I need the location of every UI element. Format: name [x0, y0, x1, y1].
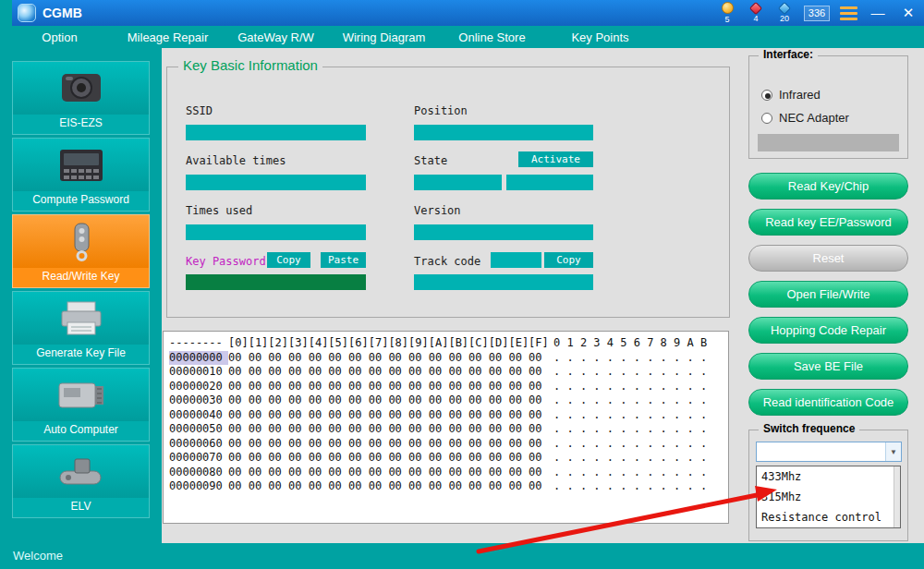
sidebar: EIS-EZS Compute Password Read/Write Key …: [0, 48, 162, 569]
sidebar-item-eis-ezs[interactable]: EIS-EZS: [12, 61, 150, 135]
hex-ascii: . . . . . . . . . . . .: [553, 422, 707, 437]
sidebar-item-read-write-key[interactable]: Read/Write Key: [12, 214, 150, 288]
read-key-chip-button[interactable]: Read Key/Chip: [748, 173, 908, 200]
sidebar-item-generate-key-file[interactable]: Generate Key File: [12, 291, 150, 365]
hex-ascii: . . . . . . . . . . . .: [553, 380, 707, 394]
save-be-file-button[interactable]: Save BE File: [748, 353, 908, 380]
hex-addr: 00000030: [169, 393, 228, 408]
sidebar-item-label: Read/Write Key: [13, 268, 149, 287]
compute-password-icon: [13, 139, 149, 191]
read-key-ee-password-button[interactable]: Read key EE/Password: [748, 209, 908, 236]
hex-bytes: 00 00 00 00 00 00 00 00 00 00 00 00 00 0…: [228, 380, 553, 394]
read-write-key-icon: [13, 215, 149, 268]
hex-bytes: 00 00 00 00 00 00 00 00 00 00 00 00 00 0…: [228, 479, 553, 494]
sidebar-item-elv[interactable]: ELV: [12, 444, 150, 518]
combobox-value: [757, 442, 885, 461]
radio-selected-icon: [761, 90, 772, 101]
hex-bytes: 00 00 00 00 00 00 00 00 00 00 00 00 00 0…: [228, 437, 553, 452]
sidebar-item-compute-password[interactable]: Compute Password: [12, 138, 150, 212]
generate-key-file-icon: [13, 292, 149, 345]
chevron-down-icon[interactable]: ▼: [885, 442, 901, 461]
state-label: State: [414, 154, 447, 167]
interface-group: Interface: Infrared NEC Adapter: [748, 55, 908, 159]
sidebar-item-label: Compute Password: [13, 191, 149, 211]
open-file-write-button[interactable]: Open File/Write: [748, 281, 908, 308]
state-field-right[interactable]: [506, 175, 593, 190]
hex-addr: 00000020: [169, 380, 228, 394]
radio-nec-adapter[interactable]: NEC Adapter: [761, 111, 849, 125]
dropdown-item-433mhz[interactable]: 433Mhz: [757, 466, 900, 487]
menu-option[interactable]: Option: [6, 26, 114, 48]
hex-addr: 00000060: [169, 437, 228, 452]
available-times-field[interactable]: [186, 175, 366, 190]
paste-button[interactable]: Paste: [321, 252, 366, 268]
hex-ascii: . . . . . . . . . . . .: [553, 365, 707, 380]
key-basic-information-group: Key Basic Information SSID Position Avai…: [166, 67, 730, 318]
hex-row: 0000000000 00 00 00 00 00 00 00 00 00 00…: [169, 351, 728, 366]
ssid-field[interactable]: [186, 125, 366, 140]
hopping-code-repair-button[interactable]: Hopping Code Repair: [748, 317, 908, 344]
status-bar: [162, 543, 924, 569]
dropdown-item-resistance-control[interactable]: Resistance control: [757, 507, 900, 527]
track-copy-button[interactable]: Copy: [544, 252, 593, 268]
track-code-field[interactable]: [414, 274, 593, 290]
hex-ascii: . . . . . . . . . . . .: [553, 393, 707, 408]
dropdown-item-315mhz[interactable]: 315Mhz: [757, 487, 900, 507]
eis-ezs-icon: [13, 62, 149, 115]
hex-ascii: . . . . . . . . . . . .: [553, 479, 707, 494]
hex-row: 0000009000 00 00 00 00 00 00 00 00 00 00…: [169, 479, 728, 494]
sidebar-item-auto-computer[interactable]: Auto Computer: [12, 368, 150, 442]
hex-bytes: 00 00 00 00 00 00 00 00 00 00 00 00 00 0…: [228, 365, 553, 380]
read-identification-code-button[interactable]: Read identification Code: [748, 389, 908, 416]
frequency-dropdown-list: 433Mhz 315Mhz Resistance control: [756, 466, 901, 528]
hex-addr: 00000080: [169, 466, 228, 480]
close-button[interactable]: ✕: [898, 0, 918, 26]
hex-header: --------[0][1][2][3][4][5][6][7][8][9][A…: [169, 336, 728, 351]
activate-button[interactable]: Activate: [518, 151, 593, 167]
hex-ascii: . . . . . . . . . . . .: [553, 351, 707, 366]
hex-ascii-header: 0 1 2 3 4 5 6 7 8 9 A B: [553, 336, 707, 351]
version-field[interactable]: [414, 224, 593, 240]
hex-ascii: . . . . . . . . . . . .: [553, 437, 707, 452]
reset-button[interactable]: Reset: [748, 245, 908, 272]
hex-row: 0000006000 00 00 00 00 00 00 00 00 00 00…: [169, 437, 728, 452]
red-gem-icon: [749, 2, 762, 15]
radio-infrared[interactable]: Infrared: [761, 88, 821, 102]
version-label: Version: [414, 204, 461, 217]
hex-addr: 00000010: [169, 365, 228, 380]
state-field-left[interactable]: [414, 175, 502, 190]
hex-ascii: . . . . . . . . . . . .: [553, 408, 707, 423]
times-used-field[interactable]: [186, 224, 366, 240]
coin-badge: 5: [718, 2, 736, 24]
menu-wiring-diagram[interactable]: Wiring Diagram: [330, 26, 438, 48]
hex-bytes: 00 00 00 00 00 00 00 00 00 00 00 00 00 0…: [228, 393, 553, 408]
sidebar-item-label: Auto Computer: [13, 421, 149, 441]
position-label: Position: [414, 104, 468, 117]
app-window: CGMB 5 4 20 336 — ✕ Option Mileage Repai…: [0, 0, 924, 569]
interface-status-bar: [758, 134, 899, 151]
copy-button[interactable]: Copy: [267, 252, 310, 268]
blue-gem-icon: [778, 2, 791, 15]
hex-row: 0000004000 00 00 00 00 00 00 00 00 00 00…: [169, 408, 728, 423]
track-code-inline-field[interactable]: [491, 252, 541, 268]
menu-mileage-repair[interactable]: Mileage Repair: [114, 26, 222, 48]
hex-viewer[interactable]: --------[0][1][2][3][4][5][6][7][8][9][A…: [163, 331, 729, 524]
hex-ascii: . . . . . . . . . . . .: [553, 451, 707, 466]
position-field[interactable]: [414, 125, 593, 140]
key-password-field[interactable]: [186, 274, 366, 290]
gold-coin-icon: [722, 2, 734, 14]
dropdown-scrollbar[interactable]: [894, 466, 900, 527]
hex-row: 0000003000 00 00 00 00 00 00 00 00 00 00…: [169, 393, 728, 408]
coin-count: 5: [724, 16, 729, 24]
frequency-combobox[interactable]: ▼: [756, 442, 902, 462]
menu-icon[interactable]: [840, 6, 857, 20]
minimize-button[interactable]: —: [868, 0, 888, 26]
menu-key-points[interactable]: Key Points: [546, 26, 654, 48]
radio-label: NEC Adapter: [779, 111, 849, 125]
hex-row: 0000002000 00 00 00 00 00 00 00 00 00 00…: [169, 380, 728, 394]
hex-row: 0000008000 00 00 00 00 00 00 00 00 00 00…: [169, 466, 728, 480]
key-password-label: Key Password: [186, 255, 266, 268]
blue-gem-count: 20: [780, 15, 789, 23]
menu-gateway-rw[interactable]: GateWay R/W: [222, 26, 330, 48]
menu-online-store[interactable]: Online Store: [438, 26, 546, 48]
